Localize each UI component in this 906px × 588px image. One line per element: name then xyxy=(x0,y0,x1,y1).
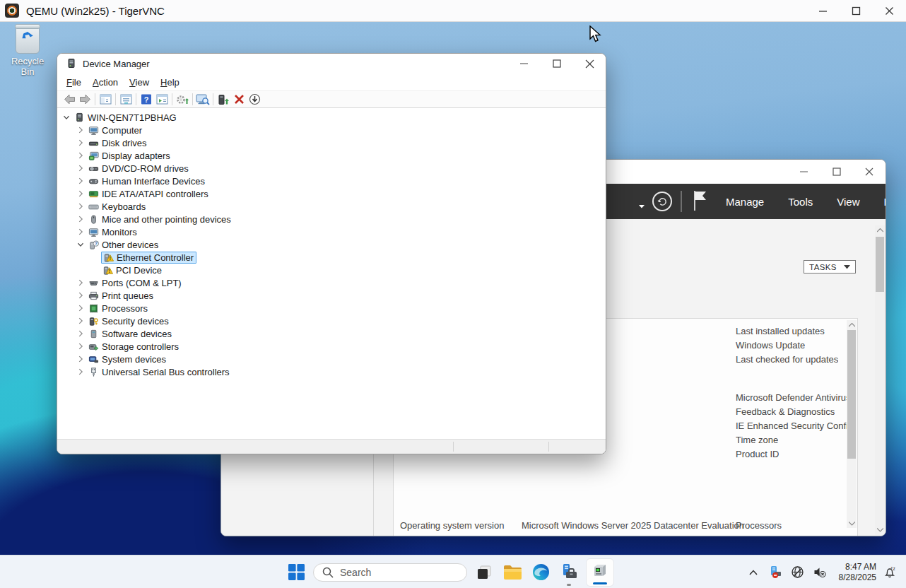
menu-view[interactable]: View xyxy=(837,196,859,208)
mouse-icon xyxy=(87,213,100,225)
device-manager-close-button[interactable] xyxy=(573,54,606,74)
scan-hardware-icon[interactable] xyxy=(195,92,211,107)
tree-item-ports[interactable]: Ports (COM & LPT) xyxy=(57,276,606,289)
tree-item-other-devices[interactable]: Other devices xyxy=(57,238,606,251)
menu-action[interactable]: Action xyxy=(87,75,124,90)
menu-file[interactable]: File xyxy=(61,75,87,90)
chevron-down-icon[interactable] xyxy=(638,199,645,212)
chevron-right-icon[interactable] xyxy=(74,314,87,327)
menu-view[interactable]: View xyxy=(124,75,155,90)
server-manager-minimize-button[interactable] xyxy=(788,160,820,184)
volume-muted-icon[interactable] xyxy=(811,561,828,584)
forward-icon[interactable] xyxy=(77,92,93,107)
tree-item-storage-controllers[interactable]: Storage controllers xyxy=(57,340,606,353)
tree-item-keyboards[interactable]: Keyboards xyxy=(57,200,606,213)
tasks-dropdown-button[interactable]: TASKS xyxy=(804,260,856,274)
install-driver-icon[interactable] xyxy=(216,92,231,107)
chevron-right-icon[interactable] xyxy=(74,213,87,225)
selected-tree-item[interactable]: Ethernet Controller xyxy=(101,252,196,264)
chevron-right-icon[interactable] xyxy=(74,187,87,200)
device-manager-taskbar-button[interactable] xyxy=(586,558,614,587)
tree-item-security-devices[interactable]: Security devices xyxy=(57,314,606,327)
chevron-right-icon[interactable] xyxy=(74,340,87,353)
tray-clock[interactable]: 8:47 AM 8/28/2025 xyxy=(833,562,876,583)
tray-server-manager-icon[interactable] xyxy=(767,561,784,584)
desktop[interactable]: Recycle Bin Manage Tools View Help xyxy=(0,22,906,555)
device-manager-maximize-button[interactable] xyxy=(541,54,573,74)
tree-item-computer[interactable]: Computer xyxy=(57,124,606,136)
chevron-right-icon[interactable] xyxy=(74,149,87,162)
properties-icon[interactable] xyxy=(118,92,134,107)
file-explorer-button[interactable] xyxy=(501,558,524,587)
network-no-internet-icon[interactable] xyxy=(789,561,806,584)
menu-help[interactable]: Help xyxy=(155,75,185,90)
server-manager-maximize-button[interactable] xyxy=(820,160,853,184)
tree-item-monitors[interactable]: Monitors xyxy=(57,225,606,238)
device-manager-window[interactable]: Device Manager File Action View Help ? xyxy=(57,53,606,454)
refresh-icon[interactable] xyxy=(652,192,672,211)
chevron-right-icon[interactable] xyxy=(74,200,87,213)
tray-overflow-button[interactable] xyxy=(745,561,762,584)
device-tree[interactable]: WIN-QEN7T1PBHAG Computer Disk drives Dis… xyxy=(57,108,606,439)
menu-help[interactable]: Help xyxy=(884,196,887,208)
task-view-button[interactable] xyxy=(473,558,495,587)
menu-manage[interactable]: Manage xyxy=(726,196,764,208)
start-button[interactable] xyxy=(285,558,307,587)
tree-item-processors[interactable]: Processors xyxy=(57,302,606,314)
console-tree-icon[interactable] xyxy=(98,92,113,107)
notifications-bell-button[interactable]: z z xyxy=(881,561,898,584)
action-pane-icon[interactable] xyxy=(154,92,170,107)
tree-item-hid[interactable]: Human Interface Devices xyxy=(57,175,606,187)
chevron-right-icon[interactable] xyxy=(74,276,87,289)
notifications-flag-icon[interactable] xyxy=(692,189,709,215)
panel-vertical-scrollbar[interactable] xyxy=(847,320,857,528)
recycle-bin-shortcut[interactable]: Recycle Bin xyxy=(4,25,51,77)
tree-item-usb-controllers[interactable]: Universal Serial Bus controllers xyxy=(57,365,606,378)
tree-item-pci-device[interactable]: PCI Device xyxy=(57,264,606,276)
tree-item-software-devices[interactable]: Software devices xyxy=(57,327,606,340)
disable-device-icon[interactable] xyxy=(247,92,262,107)
property-label[interactable]: Windows Update xyxy=(736,340,805,351)
tree-item-display-adapters[interactable]: Display adapters xyxy=(57,149,606,162)
tree-item-disk-drives[interactable]: Disk drives xyxy=(57,136,606,149)
edge-browser-button[interactable] xyxy=(529,558,552,587)
chevron-right-icon[interactable] xyxy=(74,353,87,365)
chevron-right-icon[interactable] xyxy=(74,327,87,340)
scroll-down-icon[interactable] xyxy=(875,525,885,535)
scroll-up-icon[interactable] xyxy=(875,225,885,235)
scrollbar-thumb[interactable] xyxy=(847,330,856,459)
back-icon[interactable] xyxy=(61,92,77,107)
chevron-right-icon[interactable] xyxy=(74,225,87,238)
chevron-down-icon[interactable] xyxy=(74,238,87,251)
search-input[interactable]: Search xyxy=(313,563,467,582)
tree-item-ide-controllers[interactable]: IDE ATA/ATAPI controllers xyxy=(57,187,606,200)
server-manager-taskbar-button[interactable] xyxy=(558,558,580,587)
chevron-right-icon[interactable] xyxy=(74,175,87,187)
vnc-minimize-button[interactable] xyxy=(806,0,840,21)
chevron-right-icon[interactable] xyxy=(74,162,87,175)
chevron-right-icon[interactable] xyxy=(74,124,87,136)
window-vertical-scrollbar[interactable] xyxy=(875,225,885,535)
tree-item-mice[interactable]: Mice and other pointing devices xyxy=(57,213,606,225)
vnc-maximize-button[interactable] xyxy=(840,0,873,21)
tree-item-ethernet-controller[interactable]: Ethernet Controller xyxy=(57,251,606,264)
device-manager-minimize-button[interactable] xyxy=(508,54,541,74)
chevron-right-icon[interactable] xyxy=(74,365,87,378)
tree-item-print-queues[interactable]: Print queues xyxy=(57,289,606,302)
chevron-right-icon[interactable] xyxy=(74,289,87,302)
vnc-close-button[interactable] xyxy=(873,0,906,21)
menu-tools[interactable]: Tools xyxy=(788,196,813,208)
help-icon[interactable]: ? xyxy=(139,92,154,107)
update-driver-icon[interactable] xyxy=(175,92,190,107)
chevron-down-icon[interactable] xyxy=(60,111,73,124)
uninstall-device-icon[interactable] xyxy=(231,92,247,107)
scroll-down-icon[interactable] xyxy=(847,519,857,528)
tree-item-dvd-drives[interactable]: DVD/CD-ROM drives xyxy=(57,162,606,175)
scrollbar-thumb[interactable] xyxy=(876,237,884,292)
tree-item-system-devices[interactable]: System devices xyxy=(57,353,606,365)
scroll-up-icon[interactable] xyxy=(847,320,857,329)
chevron-right-icon[interactable] xyxy=(74,302,87,314)
server-manager-close-button[interactable] xyxy=(853,160,886,184)
tree-item-host[interactable]: WIN-QEN7T1PBHAG xyxy=(57,111,606,124)
chevron-right-icon[interactable] xyxy=(74,136,87,149)
